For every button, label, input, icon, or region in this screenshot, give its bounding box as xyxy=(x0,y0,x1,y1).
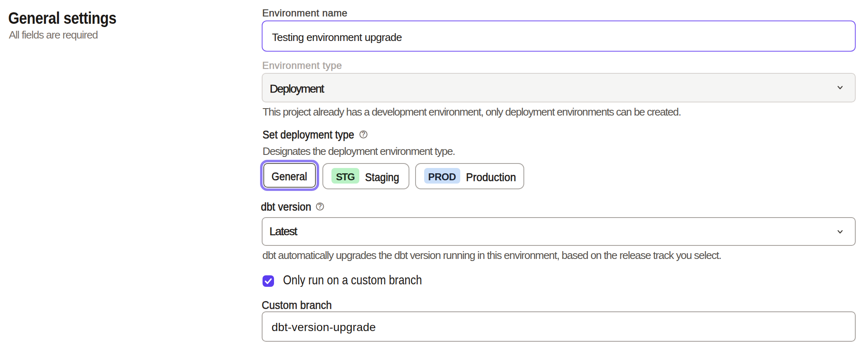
svg-text:?: ? xyxy=(362,131,366,138)
svg-text:?: ? xyxy=(318,202,322,209)
